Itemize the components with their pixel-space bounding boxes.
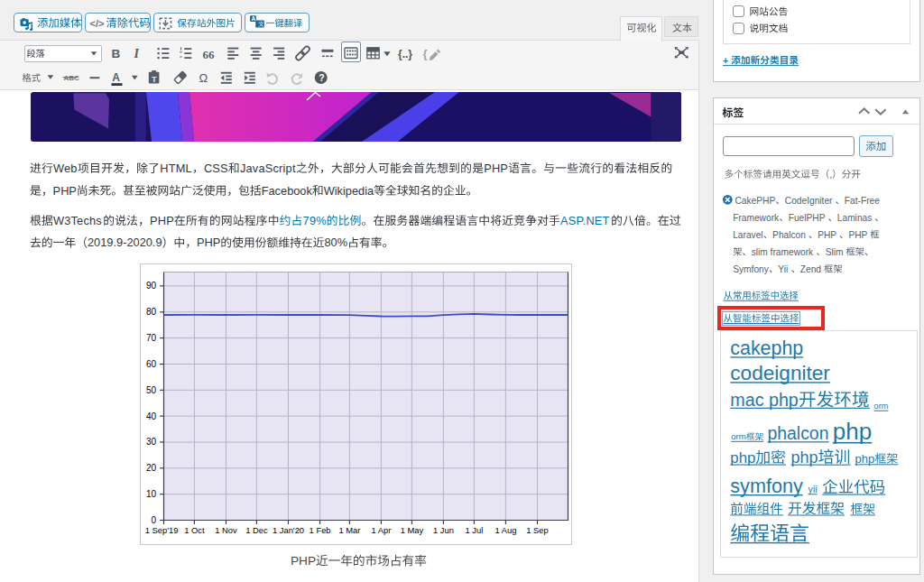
svg-text:30: 30 (146, 437, 157, 447)
svg-text:1 Apr: 1 Apr (371, 525, 391, 535)
svg-text:1 May: 1 May (401, 525, 424, 535)
svg-text:1 Jun: 1 Jun (433, 525, 454, 535)
svg-text:0: 0 (151, 515, 156, 525)
svg-text:1 Aug: 1 Aug (494, 525, 516, 535)
svg-text:20: 20 (146, 463, 157, 473)
svg-text:1 Jul: 1 Jul (465, 525, 483, 535)
svg-text:1 Feb: 1 Feb (310, 525, 331, 535)
svg-text:70: 70 (146, 333, 157, 343)
svg-text:40: 40 (146, 411, 157, 421)
svg-text:1 Jan'20: 1 Jan'20 (273, 525, 304, 535)
svg-text:1 Oct: 1 Oct (184, 525, 205, 535)
svg-text:1 Sep'19: 1 Sep'19 (145, 525, 179, 535)
svg-text:60: 60 (146, 359, 157, 369)
svg-text:1 Mar: 1 Mar (338, 525, 360, 535)
svg-text:1 Dec: 1 Dec (245, 525, 268, 535)
svg-text:10: 10 (146, 489, 157, 499)
svg-text:50: 50 (146, 385, 157, 395)
svg-text:90: 90 (146, 281, 157, 291)
svg-text:80: 80 (146, 307, 157, 317)
svg-text:1 Nov: 1 Nov (215, 525, 237, 535)
svg-text:1 Sep: 1 Sep (526, 525, 549, 535)
